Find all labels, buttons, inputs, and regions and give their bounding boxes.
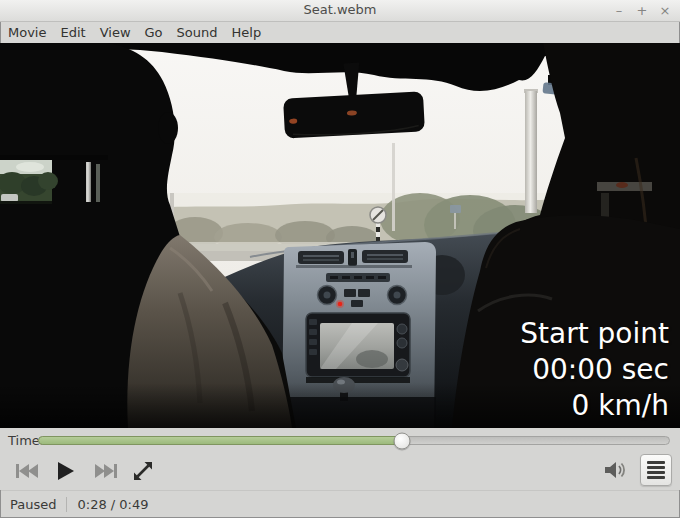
time-slider-handle[interactable] [393,432,410,449]
headrest-post [96,164,100,202]
time-position-label: 0:28 / 0:49 [77,497,148,512]
menu-go[interactable]: Go [138,23,170,42]
overlay-line-2: 00:00 sec [520,352,669,388]
video-text-overlay: Start point 00:00 sec 0 km/h [520,316,669,424]
close-button[interactable]: × [658,4,672,18]
statusbar: Paused 0:28 / 0:49 [0,490,680,518]
time-slider-fill [38,436,401,445]
menubar: Movie Edit View Go Sound Help [0,22,680,43]
volume-icon [602,459,628,481]
minimize-button[interactable]: – [612,4,626,18]
overlay-line-3: 0 km/h [520,388,669,424]
maximize-button[interactable]: + [635,4,649,18]
skip-forward-icon [93,462,119,480]
playback-state-label: Paused [10,497,56,512]
video-display[interactable]: Start point 00:00 sec 0 km/h [0,43,680,428]
skip-backward-icon [14,462,40,480]
headrest-post [86,162,91,202]
window-controls: – + × [612,0,672,21]
playback-controls: Time: [0,428,680,490]
time-slider[interactable] [38,436,670,445]
volume-button[interactable] [600,457,630,483]
menu-sound[interactable]: Sound [170,23,225,42]
right-controls [600,454,672,486]
hamburger-menu-button[interactable] [640,454,672,486]
fullscreen-icon [131,459,155,483]
hamburger-menu-icon [647,461,665,464]
statusbar-separator [66,497,67,512]
menu-help[interactable]: Help [225,23,269,42]
next-chapter-button[interactable] [89,458,123,484]
window-title: Seat.webm [0,2,680,17]
fullscreen-button[interactable] [126,458,160,484]
menu-movie[interactable]: Movie [1,23,53,42]
video-player-window: Seat.webm – + × Movie Edit View Go Sound… [0,0,680,518]
menu-edit[interactable]: Edit [53,23,92,42]
dashboard-red-led [338,302,343,307]
titlebar[interactable]: Seat.webm – + × [0,0,680,22]
overlay-line-1: Start point [520,316,669,352]
play-icon [55,461,75,481]
previous-chapter-button[interactable] [10,458,44,484]
menu-view[interactable]: View [93,23,138,42]
play-button[interactable] [48,458,82,484]
